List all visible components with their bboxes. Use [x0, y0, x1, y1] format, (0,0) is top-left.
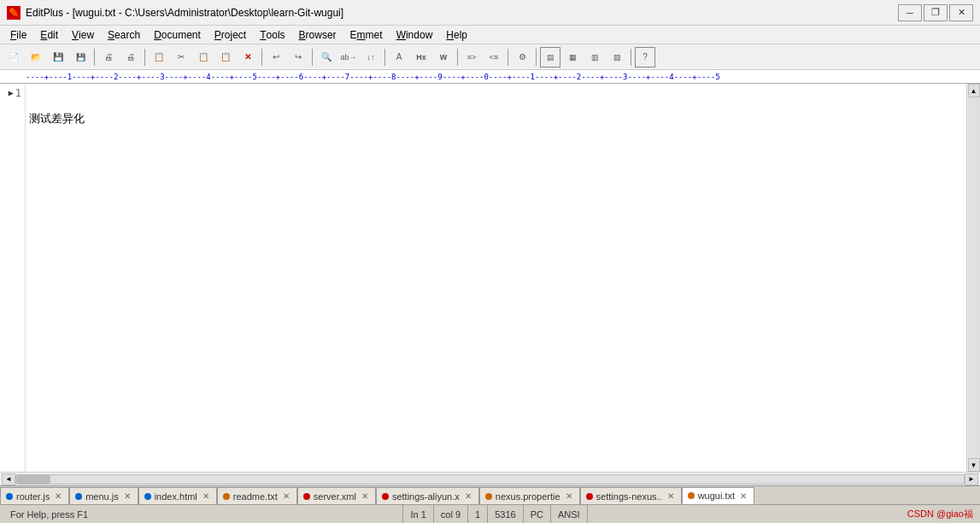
tab-wugui[interactable]: wugui.txt ✕ [682, 487, 754, 504]
replace-button[interactable]: ab→ [338, 47, 359, 68]
ruler: ----+----1----+----2----+----3----+----4… [0, 70, 980, 84]
toolbar-sep-7 [508, 49, 508, 66]
menu-search[interactable]: Search [101, 26, 147, 44]
v-scroll-track[interactable] [968, 97, 980, 458]
ruler-content: ----+----1----+----2----+----3----+----4… [26, 73, 720, 81]
close-button[interactable]: ✕ [949, 4, 973, 21]
cut-button[interactable]: ✂ [171, 47, 191, 68]
toolbar-sep-9 [631, 49, 631, 66]
tab-close-router[interactable]: ✕ [53, 491, 63, 502]
h-scroll-right[interactable]: ► [965, 473, 978, 485]
tb2-button[interactable]: ▦ [562, 47, 583, 68]
tab-settings-aliyun[interactable]: settings-aliyun.x ✕ [376, 487, 479, 504]
tab-index[interactable]: index.html ✕ [138, 487, 217, 504]
tab-dot-index [144, 493, 151, 500]
tab-readme[interactable]: readme.txt ✕ [217, 487, 297, 504]
menu-file[interactable]: File [3, 26, 33, 44]
tab-dot-settings-nexus [586, 493, 593, 500]
toolbar: 📄 📂 💾 💾 🖨 🖨 📋 ✂ 📋 📋 ✕ ↩ ↪ 🔍 ab→ ↓↑ A Hx … [0, 44, 980, 70]
toolbar-sep-1 [94, 49, 95, 66]
find-button[interactable]: 🔍 [316, 47, 337, 68]
print-preview-button[interactable]: 🖨 [98, 47, 119, 68]
paste-button[interactable]: 📋 [215, 47, 236, 68]
tab-dot-readme [223, 493, 230, 500]
v-scroll-up[interactable]: ▲ [968, 84, 980, 97]
line-arrow: ▶ [9, 85, 14, 101]
menu-help[interactable]: Help [439, 26, 474, 44]
tab-dot-server [303, 493, 310, 500]
goto-button[interactable]: ↓↑ [361, 47, 381, 68]
tab-dot-wugui [688, 492, 695, 499]
hex-button[interactable]: Hx [411, 47, 431, 68]
menu-project[interactable]: Project [208, 26, 253, 44]
tab-settings-nexus[interactable]: settings-nexus.. ✕ [580, 487, 682, 504]
status-lineending: PC [524, 505, 551, 523]
tab-label-server: server.xml [314, 491, 356, 502]
copy-button[interactable]: 📋 [193, 47, 214, 68]
status-line: 1 [468, 505, 488, 523]
tab-close-nexus[interactable]: ✕ [564, 491, 574, 502]
save-all-button[interactable]: 💾 [70, 47, 91, 68]
indent-button[interactable]: ≡> [461, 47, 482, 68]
tb3-button[interactable]: ▥ [584, 47, 605, 68]
undo-button[interactable]: ↩ [266, 47, 286, 68]
menu-emmet[interactable]: Emmet [343, 26, 390, 44]
tab-label-readme: readme.txt [233, 491, 278, 502]
save-button[interactable]: 💾 [48, 47, 68, 68]
menu-edit[interactable]: Edit [33, 26, 65, 44]
cliptext-button[interactable]: 📋 [149, 47, 169, 68]
h-scrollbar[interactable]: ◄ ► [0, 472, 980, 485]
tab-dot-router [6, 493, 13, 500]
menu-browser[interactable]: Browser [292, 26, 343, 44]
delete-button[interactable]: ✕ [238, 47, 258, 68]
tab-close-settings-aliyun[interactable]: ✕ [463, 491, 473, 502]
tab-close-settings-nexus[interactable]: ✕ [666, 491, 676, 502]
h-scroll-left[interactable]: ◄ [2, 473, 15, 485]
editor-area[interactable]: 测试差异化 [26, 84, 966, 472]
line-numbers: ▶ 1 [0, 84, 26, 472]
title-bar: ✎ EditPlus - [wugui.txt - C:\Users\Admin… [0, 0, 980, 26]
status-line-text: 1 [475, 509, 480, 520]
tab-close-menu[interactable]: ✕ [122, 491, 132, 502]
h-scroll-thumb[interactable] [16, 475, 50, 484]
status-help-text: For Help, press F1 [10, 509, 88, 520]
status-bar: For Help, press F1 In 1 col 9 1 5316 PC … [0, 504, 980, 523]
wordwrap-button[interactable]: W [433, 47, 454, 68]
tb1-button[interactable]: ▤ [540, 47, 560, 68]
tab-router[interactable]: router.js ✕ [0, 487, 69, 504]
font-button[interactable]: A [389, 47, 409, 68]
tab-server[interactable]: server.xml ✕ [297, 487, 376, 504]
settings-button[interactable]: ⚙ [512, 47, 532, 68]
tab-close-readme[interactable]: ✕ [281, 491, 291, 502]
print-button[interactable]: 🖨 [120, 47, 141, 68]
watermark-text: CSDN @giao福 [907, 508, 973, 520]
tab-bar: router.js ✕ menu.js ✕ index.html ✕ readm… [0, 485, 980, 504]
tab-label-menu: menu.js [85, 491, 119, 502]
menu-window[interactable]: Window [390, 26, 440, 44]
minimize-button[interactable]: ─ [898, 4, 922, 21]
tab-close-server[interactable]: ✕ [360, 491, 370, 502]
v-scrollbar[interactable]: ▲ ▼ [966, 84, 980, 472]
status-col: col 9 [434, 505, 468, 523]
tab-close-wugui[interactable]: ✕ [738, 491, 748, 501]
tab-label-index: index.html [155, 491, 197, 502]
new-button[interactable]: 📄 [3, 47, 24, 68]
h-scroll-track[interactable] [15, 474, 965, 485]
line-number: 1 [15, 85, 21, 101]
menu-view[interactable]: View [65, 26, 101, 44]
open-button[interactable]: 📂 [26, 47, 46, 68]
restore-button[interactable]: ❐ [924, 4, 948, 21]
title-bar-left: ✎ EditPlus - [wugui.txt - C:\Users\Admin… [7, 6, 343, 20]
tab-nexus[interactable]: nexus.propertie ✕ [479, 487, 580, 504]
tb4-button[interactable]: ▧ [607, 47, 627, 68]
menu-tools[interactable]: Tools [253, 26, 291, 44]
tab-menu[interactable]: menu.js ✕ [69, 487, 138, 504]
status-encoding: ANSI [551, 505, 588, 523]
tab-close-index[interactable]: ✕ [201, 491, 211, 502]
status-lineending-text: PC [531, 509, 543, 520]
redo-button[interactable]: ↪ [288, 47, 308, 68]
menu-document[interactable]: Document [147, 26, 208, 44]
help-btn[interactable]: ? [635, 47, 655, 68]
unindent-button[interactable]: <≡ [484, 47, 504, 68]
v-scroll-down[interactable]: ▼ [968, 458, 980, 472]
